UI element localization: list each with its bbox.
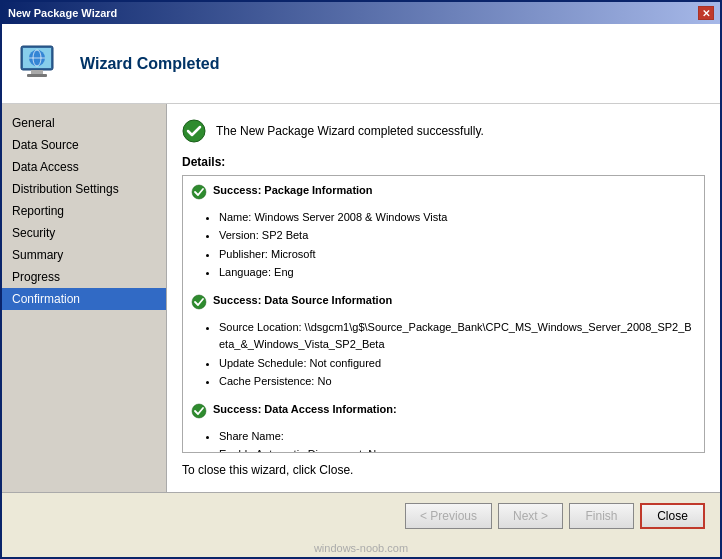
titlebar: New Package Wizard ✕ [2,2,720,24]
main-content: The New Package Wizard completed success… [167,104,720,492]
list-item: Source Location: \\dsgcm1\g$\Source_Pack… [219,319,696,354]
sidebar-item-summary[interactable]: Summary [2,244,166,266]
sidebar-item-distribution-settings[interactable]: Distribution Settings [2,178,166,200]
list-item: Update Schedule: Not configured [219,355,696,373]
detail-section-package-header: Success: Package Information [191,182,696,206]
detail-section-datasource: Success: Data Source Information Source … [191,292,696,391]
success-icon [182,119,206,143]
svg-rect-3 [27,74,47,77]
success-message: The New Package Wizard completed success… [216,124,484,138]
check-icon-dataaccess [191,403,207,425]
detail-section-dataaccess-header: Success: Data Access Information: [191,401,696,425]
detail-section-dataaccess-items: Share Name: Enable Automatic Disconnect:… [191,428,696,453]
detail-section-datasource-items: Source Location: \\dsgcm1\g$\Source_Pack… [191,319,696,391]
wizard-body: General Data Source Data Access Distribu… [2,104,720,492]
list-item: Name: Windows Server 2008 & Windows Vist… [219,209,696,227]
wizard-icon [17,40,65,88]
window-title: New Package Wizard [8,7,117,19]
detail-section-dataaccess-title: Success: Data Access Information: [213,401,397,419]
list-item: Cache Persistence: No [219,373,696,391]
list-item: Language: Eng [219,264,696,282]
close-note: To close this wizard, click Close. [182,463,705,477]
check-icon-datasource [191,294,207,316]
sidebar-item-security[interactable]: Security [2,222,166,244]
details-box[interactable]: Success: Package Information Name: Windo… [182,175,705,453]
list-item: Share Name: [219,428,696,446]
list-item: Version: SP2 Beta [219,227,696,245]
list-item: Enable Automatic Disconnect: No [219,446,696,453]
sidebar-item-data-source[interactable]: Data Source [2,134,166,156]
detail-section-datasource-header: Success: Data Source Information [191,292,696,316]
watermark: windows-noob.com [2,539,720,557]
close-button[interactable]: Close [640,503,705,529]
svg-rect-2 [31,70,43,74]
sidebar-item-general[interactable]: General [2,112,166,134]
sidebar-item-data-access[interactable]: Data Access [2,156,166,178]
sidebar: General Data Source Data Access Distribu… [2,104,167,492]
next-button[interactable]: Next > [498,503,563,529]
detail-section-package-title: Success: Package Information [213,182,373,200]
previous-button[interactable]: < Previous [405,503,492,529]
sidebar-item-confirmation[interactable]: Confirmation [2,288,166,310]
detail-section-dataaccess: Success: Data Access Information: Share … [191,401,696,453]
details-label: Details: [182,155,705,169]
wizard-window: New Package Wizard ✕ Wizard Completed Ge… [0,0,722,559]
detail-section-package-items: Name: Windows Server 2008 & Windows Vist… [191,209,696,282]
success-header: The New Package Wizard completed success… [182,119,705,143]
list-item: Publisher: Microsoft [219,246,696,264]
check-icon-package [191,184,207,206]
sidebar-item-progress[interactable]: Progress [2,266,166,288]
sidebar-item-reporting[interactable]: Reporting [2,200,166,222]
wizard-footer: < Previous Next > Finish Close [2,492,720,539]
window-close-button[interactable]: ✕ [698,6,714,20]
finish-button[interactable]: Finish [569,503,634,529]
detail-section-package: Success: Package Information Name: Windo… [191,182,696,282]
wizard-header-title: Wizard Completed [80,55,219,73]
detail-section-datasource-title: Success: Data Source Information [213,292,392,310]
wizard-header: Wizard Completed [2,24,720,104]
svg-point-7 [183,120,205,142]
